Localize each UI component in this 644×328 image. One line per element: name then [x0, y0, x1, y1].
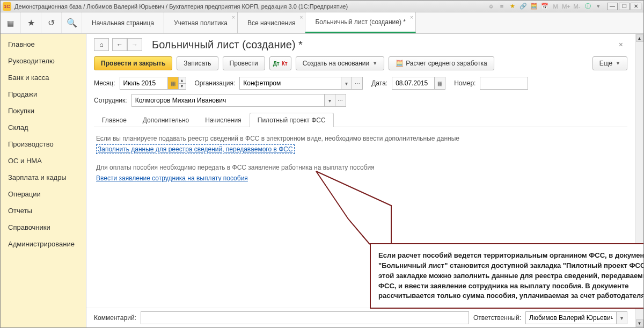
employee-input[interactable]: [131, 94, 325, 107]
tab-start-page[interactable]: Начальная страница: [82, 12, 164, 33]
date-label: Дата:: [371, 79, 387, 87]
comment-input[interactable]: [141, 311, 469, 324]
titlebar: 1C Демонстрационная база / Любимов Валер…: [1, 1, 643, 12]
sidebar-item-purchases[interactable]: Покупки: [1, 103, 86, 119]
inner-tabs: Главное Дополнительно Начисления Пилотны…: [94, 112, 627, 127]
tb-m[interactable]: M: [551, 2, 560, 11]
forward-button[interactable]: →: [127, 38, 142, 51]
tb-mplus[interactable]: M+: [562, 2, 570, 11]
search-icon[interactable]: 🔍: [62, 12, 82, 33]
month-label: Месяц:: [94, 79, 115, 87]
content-area: ⌂ ← → Больничный лист (создание) * × Про…: [86, 34, 643, 327]
titlebar-toolbar: ⛭ ≡ ★ 🔗 🧮 📅 M M+ M- ⓘ ▾: [487, 2, 603, 11]
tab-all-accruals[interactable]: Все начисления×: [238, 12, 306, 33]
responsible-label: Ответственный:: [473, 314, 521, 322]
apps-grid-icon[interactable]: ▦: [1, 12, 21, 33]
tb-mminus[interactable]: M-: [573, 2, 581, 11]
tb-link-icon[interactable]: 🔗: [519, 2, 528, 11]
responsible-input[interactable]: [525, 311, 617, 324]
action-bar: Провести и закрыть Записать Провести ДтК…: [86, 55, 635, 75]
history-icon[interactable]: ↺: [41, 12, 62, 33]
responsible-dropdown-icon[interactable]: ▾: [617, 311, 627, 324]
post-button[interactable]: Провести: [223, 56, 265, 70]
page-title: Больничный лист (создание) *: [152, 39, 303, 51]
sidebar-item-reports[interactable]: Отчеты: [1, 202, 86, 219]
org-label: Организация:: [195, 79, 236, 87]
more-button[interactable]: Еще▼: [592, 56, 627, 70]
inner-tab-fss-pilot[interactable]: Пилотный проект ФСС: [250, 113, 334, 127]
sidebar-item-directories[interactable]: Справочники: [1, 219, 86, 236]
sidebar-item-manager[interactable]: Руководителю: [1, 53, 86, 69]
minimize-button[interactable]: —: [607, 3, 618, 10]
app-window: 1C Демонстрационная база / Любимов Валер…: [0, 0, 644, 328]
tb-star-icon[interactable]: ★: [508, 2, 517, 11]
month-stepper[interactable]: ▲▼: [179, 77, 186, 90]
month-calendar-icon[interactable]: ▦: [168, 77, 179, 90]
scroll-down-icon[interactable]: ▼: [636, 319, 643, 327]
document-tabs: Начальная страница Учетная политика× Все…: [82, 12, 643, 33]
window-title: Демонстрационная база / Любимов Валерий …: [14, 3, 487, 10]
post-and-close-button[interactable]: Провести и закрыть: [94, 56, 172, 70]
number-input[interactable]: [480, 77, 528, 90]
tb-icon-2[interactable]: ≡: [497, 2, 506, 11]
sidebar-item-warehouse[interactable]: Склад: [1, 119, 86, 136]
sidebar-item-salary[interactable]: Зарплата и кадры: [1, 169, 86, 186]
info-text-1: Если вы планируете подавать реестр сведе…: [96, 135, 625, 142]
tab-content: Если вы планируете подавать реестр сведе…: [86, 127, 635, 193]
org-input[interactable]: [239, 77, 341, 90]
close-window-button[interactable]: ✕: [631, 3, 641, 10]
home-button[interactable]: ⌂: [94, 38, 109, 51]
inner-tab-main[interactable]: Главное: [94, 113, 135, 127]
maximize-button[interactable]: ☐: [619, 3, 630, 10]
date-input[interactable]: [392, 77, 435, 90]
close-page-button[interactable]: ×: [614, 38, 627, 51]
page-header: ⌂ ← → Больничный лист (создание) * ×: [86, 34, 635, 55]
avg-earnings-button[interactable]: 🧮Расчет среднего заработка: [389, 56, 494, 70]
form-row-2: Сотрудник: ▾ ⋯: [86, 92, 635, 109]
close-icon[interactable]: ×: [410, 14, 413, 20]
tb-icon-1[interactable]: ⛭: [487, 2, 495, 11]
sidebar: Главное Руководителю Банк и касса Продаж…: [1, 34, 86, 327]
create-based-on-button[interactable]: Создать на основании▼: [296, 56, 384, 70]
month-input[interactable]: [120, 77, 168, 90]
sidebar-item-bank[interactable]: Банк и касса: [1, 69, 86, 86]
info-text-2: Для оплаты пособия необходимо передать в…: [96, 164, 625, 171]
calc-icon: 🧮: [396, 60, 404, 67]
enter-employee-claim-link[interactable]: Ввести заявление сотрудника на выплату п…: [96, 174, 248, 182]
employee-pick-icon[interactable]: ⋯: [335, 94, 346, 107]
sidebar-item-production[interactable]: Производство: [1, 136, 86, 152]
org-dropdown-icon[interactable]: ▾: [341, 77, 352, 90]
tab-sick-leave[interactable]: Больничный лист (создание) *×: [305, 12, 416, 33]
tb-dropdown-icon[interactable]: ▾: [594, 2, 603, 11]
sidebar-item-operations[interactable]: Операции: [1, 186, 86, 202]
org-pick-icon[interactable]: ⋯: [352, 77, 363, 90]
favorites-icon[interactable]: ★: [21, 12, 41, 33]
main-toolbar: ▦ ★ ↺ 🔍 Начальная страница Учетная полит…: [1, 12, 643, 34]
close-icon[interactable]: ×: [300, 14, 303, 20]
employee-dropdown-icon[interactable]: ▾: [325, 94, 335, 107]
body: Главное Руководителю Банк и касса Продаж…: [1, 34, 643, 327]
save-button[interactable]: Записать: [177, 56, 218, 70]
inner-tab-accruals[interactable]: Начисления: [197, 113, 250, 127]
comment-label: Комментарий:: [94, 314, 136, 322]
vertical-scrollbar[interactable]: ▲ ▼: [635, 34, 643, 327]
tb-help-icon[interactable]: ⓘ: [583, 2, 592, 11]
tb-calc-icon[interactable]: 🧮: [530, 2, 538, 11]
sidebar-item-assets[interactable]: ОС и НМА: [1, 152, 86, 169]
inner-tab-extra[interactable]: Дополнительно: [135, 113, 197, 127]
footer-row: Комментарий: Ответственный: ▾: [86, 308, 635, 327]
date-calendar-icon[interactable]: ▦: [435, 77, 445, 90]
sidebar-item-admin[interactable]: Администрирование: [1, 236, 86, 252]
sidebar-item-sales[interactable]: Продажи: [1, 86, 86, 103]
app-logo-icon: 1C: [3, 2, 11, 11]
tab-accounting-policy[interactable]: Учетная политика×: [164, 12, 238, 33]
tb-calendar-icon[interactable]: 📅: [540, 2, 549, 11]
sidebar-item-main[interactable]: Главное: [1, 36, 86, 53]
form-row-1: Месяц: ▦ ▲▼ Организация: ▾ ⋯ Дата:: [86, 75, 635, 92]
dtKt-button[interactable]: ДтКт: [269, 56, 291, 70]
scroll-up-icon[interactable]: ▲: [636, 34, 643, 42]
fill-fss-data-link[interactable]: Заполнить данные для реестра сведений, п…: [96, 144, 295, 154]
close-icon[interactable]: ×: [232, 14, 235, 20]
employee-label: Сотрудник:: [94, 97, 127, 104]
back-button[interactable]: ←: [112, 38, 127, 51]
